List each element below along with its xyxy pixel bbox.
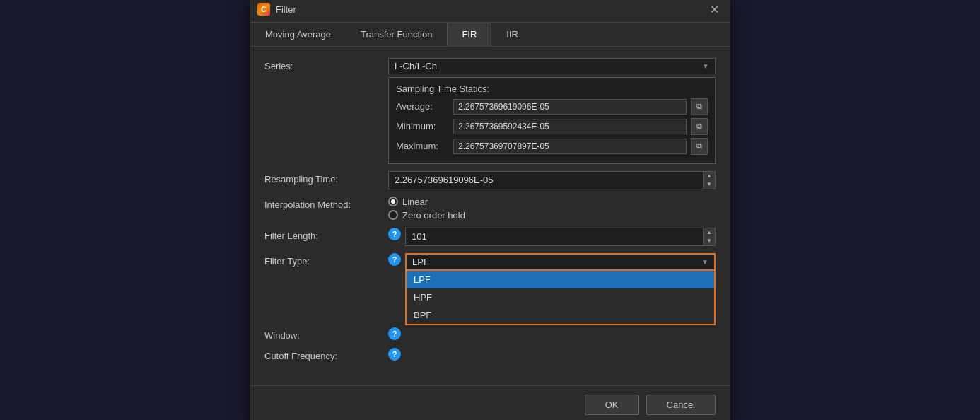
window-row: Window: ? <box>264 327 716 341</box>
maximum-copy-button[interactable]: ⧉ <box>691 138 708 155</box>
filter-type-row: Filter Type: ? LPF ▼ LPF <box>264 253 716 271</box>
filter-type-with-help: ? LPF ▼ LPF HPF <box>388 253 716 271</box>
radio-zero-circle <box>388 210 398 220</box>
filter-length-arrows: ▲ ▼ <box>703 228 715 245</box>
filter-length-help-icon[interactable]: ? <box>388 228 401 240</box>
filter-length-row: Filter Length: ? ▲ ▼ <box>264 228 716 246</box>
filter-type-help-icon[interactable]: ? <box>388 253 401 266</box>
sampling-statics-title: Sampling Time Statics: <box>396 83 708 94</box>
filter-option-bpf[interactable]: BPF <box>407 306 714 324</box>
ok-button[interactable]: OK <box>585 395 639 415</box>
close-button[interactable]: ✕ <box>706 1 723 18</box>
filter-type-label: Filter Type: <box>264 253 388 267</box>
filter-length-control: ? ▲ ▼ <box>388 228 716 246</box>
filter-length-label: Filter Length: <box>264 228 388 241</box>
window-help-icon[interactable]: ? <box>388 327 401 340</box>
resampling-time-row: Resampling Time: ▲ ▼ <box>264 171 716 189</box>
filter-option-lpf[interactable]: LPF <box>407 271 714 288</box>
average-value: 2.26757369619096E-05 <box>453 99 687 115</box>
tab-moving-average[interactable]: Moving Average <box>250 23 346 46</box>
window-with-help: ? <box>388 327 716 340</box>
cutoff-control: ? <box>388 348 716 361</box>
filter-type-container: LPF ▼ LPF HPF BPF <box>405 253 716 271</box>
resampling-time-spinbox: ▲ ▼ <box>388 171 716 189</box>
cutoff-row: Cutoff Frequency: ? <box>264 348 716 361</box>
minimum-copy-button[interactable]: ⧉ <box>691 118 708 135</box>
series-control: L-Ch/L-Ch ▼ Sampling Time Statics: Avera… <box>388 58 716 164</box>
radio-linear[interactable]: Linear <box>388 197 716 207</box>
radio-zero-order[interactable]: Zero order hold <box>388 210 716 221</box>
dialog-content: Series: L-Ch/L-Ch ▼ Sampling Time Static… <box>250 47 730 380</box>
footer-buttons: OK Cancel <box>250 385 730 421</box>
window-control: ? <box>388 327 716 340</box>
cutoff-help-icon[interactable]: ? <box>388 348 401 361</box>
resampling-time-control: ▲ ▼ <box>388 171 716 189</box>
average-row: Average: 2.26757369619096E-05 ⧉ <box>396 98 708 115</box>
series-row: Series: L-Ch/L-Ch ▼ Sampling Time Static… <box>264 58 716 164</box>
filter-option-hpf[interactable]: HPF <box>407 288 714 306</box>
radio-zero-label: Zero order hold <box>402 210 465 221</box>
minimum-value: 2.26757369592434E-05 <box>453 119 687 134</box>
interpolation-label: Interpolation Method: <box>264 197 388 210</box>
filter-length-input[interactable] <box>406 228 703 245</box>
cutoff-with-help: ? <box>388 348 716 361</box>
sampling-statics-box: Sampling Time Statics: Average: 2.267573… <box>388 77 716 164</box>
radio-linear-circle <box>388 197 398 206</box>
resampling-time-up[interactable]: ▲ <box>704 172 715 180</box>
resampling-time-label: Resampling Time: <box>264 171 388 185</box>
average-label: Average: <box>396 101 449 112</box>
minimum-row: Minimum: 2.26757369592434E-05 ⧉ <box>396 118 708 135</box>
filter-dialog: C Filter ✕ Moving Average Transfer Funct… <box>250 0 730 420</box>
average-copy-button[interactable]: ⧉ <box>691 98 708 115</box>
maximum-label: Maximum: <box>396 141 449 151</box>
cutoff-label: Cutoff Frequency: <box>264 348 388 361</box>
filter-length-up[interactable]: ▲ <box>704 228 715 237</box>
resampling-time-input[interactable] <box>389 172 703 189</box>
dialog-title: Filter <box>276 4 296 15</box>
filter-type-arrow: ▼ <box>701 258 708 266</box>
maximum-value: 2.26757369707897E-05 <box>453 139 687 154</box>
filter-type-value: LPF <box>412 257 429 267</box>
title-bar-left: C Filter <box>257 3 296 16</box>
filter-length-down[interactable]: ▼ <box>704 237 715 245</box>
tab-bar: Moving Average Transfer Function FIR IIR <box>250 23 730 47</box>
interpolation-row: Interpolation Method: Linear Zero order … <box>264 197 716 221</box>
series-dropdown-arrow: ▼ <box>702 62 709 70</box>
resampling-time-arrows: ▲ ▼ <box>703 172 715 189</box>
interpolation-control: Linear Zero order hold <box>388 197 716 221</box>
filter-type-dropdown[interactable]: LPF ▼ <box>405 253 716 271</box>
tab-transfer-function[interactable]: Transfer Function <box>346 23 447 46</box>
window-label: Window: <box>264 327 388 341</box>
tab-fir[interactable]: FIR <box>447 23 491 46</box>
filter-length-spinbox: ▲ ▼ <box>405 228 716 246</box>
radio-linear-label: Linear <box>402 197 428 207</box>
tab-iir[interactable]: IIR <box>491 23 533 46</box>
app-icon: C <box>257 3 270 16</box>
filter-type-control: ? LPF ▼ LPF HPF <box>388 253 716 271</box>
series-dropdown[interactable]: L-Ch/L-Ch ▼ <box>388 58 716 74</box>
title-bar: C Filter ✕ <box>250 0 730 23</box>
minimum-label: Minimum: <box>396 121 449 132</box>
resampling-time-down[interactable]: ▼ <box>704 180 715 189</box>
filter-type-dropdown-list: LPF HPF BPF <box>405 271 716 325</box>
filter-length-with-help: ? ▲ ▼ <box>388 228 716 246</box>
maximum-row: Maximum: 2.26757369707897E-05 ⧉ <box>396 138 708 155</box>
series-label: Series: <box>264 58 388 71</box>
cancel-button[interactable]: Cancel <box>646 395 716 415</box>
